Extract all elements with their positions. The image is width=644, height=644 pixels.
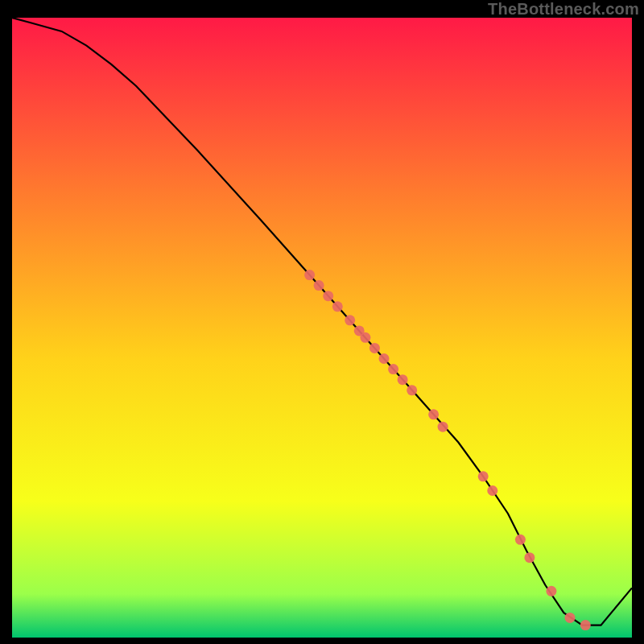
- chart-svg: [12, 18, 632, 638]
- marker-point: [478, 471, 489, 481]
- marker-point: [428, 409, 439, 419]
- watermark-label: TheBottleneck.com: [488, 0, 639, 19]
- marker-point: [546, 586, 556, 597]
- marker-point: [515, 535, 526, 545]
- marker-point: [565, 613, 576, 623]
- plot-area: [12, 18, 632, 638]
- marker-point: [407, 385, 417, 395]
- marker-point: [345, 315, 355, 325]
- marker-point: [369, 343, 380, 353]
- gradient-background: [12, 18, 632, 638]
- marker-point: [388, 364, 398, 374]
- bottleneck-chart: TheBottleneck.com: [0, 0, 644, 644]
- marker-point: [304, 270, 315, 280]
- marker-point: [314, 280, 324, 291]
- marker-point: [360, 332, 370, 343]
- marker-point: [332, 301, 343, 312]
- marker-point: [524, 552, 535, 563]
- marker-point: [487, 485, 497, 496]
- marker-point: [398, 374, 408, 385]
- marker-point: [438, 422, 448, 432]
- marker-point: [323, 291, 333, 301]
- marker-point: [580, 620, 591, 630]
- marker-point: [379, 353, 390, 364]
